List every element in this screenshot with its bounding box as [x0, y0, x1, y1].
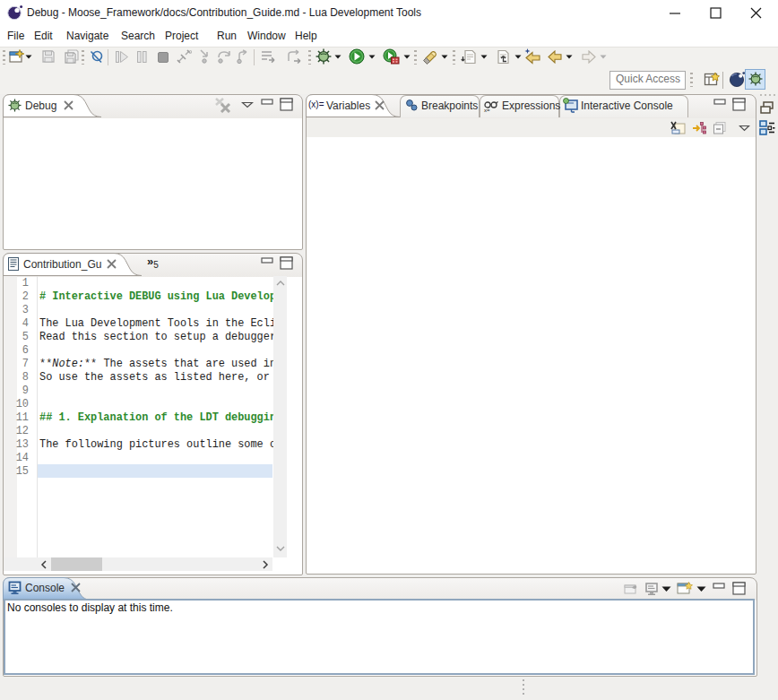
svg-text:x=: x=	[484, 108, 490, 113]
